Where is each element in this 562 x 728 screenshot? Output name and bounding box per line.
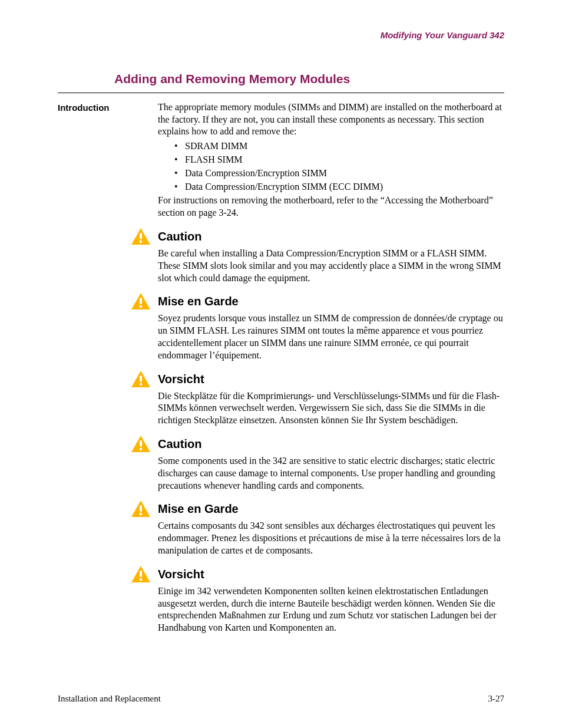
svg-point-1 bbox=[140, 241, 143, 243]
bullet-item: FLASH SIMM bbox=[174, 154, 504, 166]
title-divider bbox=[58, 93, 504, 93]
section-title: Adding and Removing Memory Modules bbox=[114, 71, 504, 87]
bullet-list: SDRAM DIMM FLASH SIMM Data Compression/E… bbox=[174, 140, 504, 193]
running-header: Modifying Your Vanguard 342 bbox=[58, 29, 504, 41]
caution-block: Caution Some components used in the 342 … bbox=[158, 435, 504, 492]
svg-point-11 bbox=[140, 578, 143, 581]
caution-title: Mise en Garde bbox=[158, 294, 504, 309]
bullet-item: SDRAM DIMM bbox=[174, 140, 504, 153]
caution-title: Vorsicht bbox=[158, 371, 504, 387]
caution-text: Die Steckplätze für die Komprimierungs- … bbox=[158, 390, 504, 427]
caution-text: Einige im 342 verwendeten Komponenten so… bbox=[158, 585, 504, 634]
warning-icon bbox=[131, 228, 153, 245]
caution-block: Caution Be careful when installing a Dat… bbox=[158, 228, 504, 284]
caution-text: Be careful when installing a Data Compre… bbox=[158, 248, 504, 284]
caution-text: Soyez prudents lorsque vous installez un… bbox=[158, 312, 504, 361]
warning-icon bbox=[131, 292, 153, 310]
bullet-item: Data Compression/Encryption SIMM bbox=[174, 167, 504, 180]
content-wrap: Introduction The appropriate memory modu… bbox=[58, 101, 504, 634]
svg-rect-2 bbox=[140, 298, 142, 304]
caution-block: Vorsicht Einige im 342 verwendeten Kompo… bbox=[158, 565, 504, 634]
svg-rect-4 bbox=[140, 375, 142, 382]
caution-block: Mise en Garde Certains composants du 342… bbox=[158, 500, 504, 556]
svg-point-3 bbox=[140, 305, 143, 308]
side-label-introduction: Introduction bbox=[58, 101, 158, 114]
caution-title: Mise en Garde bbox=[158, 501, 504, 516]
warning-icon bbox=[131, 370, 153, 388]
svg-point-7 bbox=[140, 448, 143, 451]
intro-paragraph-1: The appropriate memory modules (SIMMs an… bbox=[158, 101, 504, 138]
intro-paragraph-2: For instructions on removing the motherb… bbox=[158, 195, 504, 219]
caution-text: Certains composants du 342 sont sensible… bbox=[158, 520, 504, 556]
svg-rect-8 bbox=[140, 505, 142, 512]
svg-rect-10 bbox=[140, 571, 142, 577]
footer-left: Installation and Replacement bbox=[58, 693, 161, 705]
svg-point-9 bbox=[140, 513, 143, 516]
caution-text: Some components used in the 342 are sens… bbox=[158, 455, 504, 492]
caution-block: Mise en Garde Soyez prudents lorsque vou… bbox=[158, 292, 504, 361]
caution-title: Vorsicht bbox=[158, 566, 504, 582]
page-footer: Installation and Replacement 3-27 bbox=[58, 693, 504, 705]
svg-rect-6 bbox=[140, 440, 142, 447]
bullet-item: Data Compression/Encryption SIMM (ECC DI… bbox=[174, 181, 504, 193]
svg-rect-0 bbox=[140, 233, 142, 239]
warning-icon bbox=[131, 435, 153, 453]
caution-title: Caution bbox=[158, 436, 504, 452]
warning-icon bbox=[131, 500, 153, 518]
svg-point-5 bbox=[140, 383, 143, 386]
caution-block: Vorsicht Die Steckplätze für die Komprim… bbox=[158, 370, 504, 427]
warning-icon bbox=[131, 565, 153, 583]
caution-title: Caution bbox=[158, 229, 504, 244]
main-column: The appropriate memory modules (SIMMs an… bbox=[158, 101, 504, 634]
footer-right: 3-27 bbox=[488, 693, 505, 705]
